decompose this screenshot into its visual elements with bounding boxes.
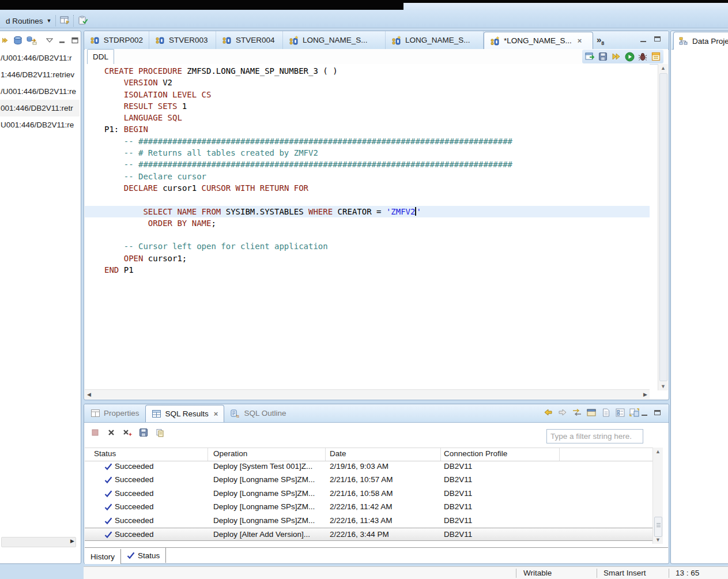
scroll-down-icon[interactable]: ▼ bbox=[653, 537, 663, 543]
minimize-button[interactable] bbox=[639, 36, 648, 44]
code-token: CURSOR WITH RETURN FOR bbox=[202, 183, 308, 193]
tab-sql-results[interactable]: SQL Results× bbox=[145, 405, 225, 422]
table-new-icon[interactable] bbox=[60, 15, 70, 25]
column-divider[interactable] bbox=[208, 448, 208, 461]
vertical-scrollbar[interactable]: ▲ ▼ bbox=[658, 64, 668, 390]
sql-code-editor[interactable]: CREATE PROCEDURE ZMFSD.LONG_NAME_SP_NUMB… bbox=[85, 64, 650, 390]
code-token: CREATOR = bbox=[333, 207, 386, 216]
code-line: -- Declare cursor bbox=[104, 171, 650, 182]
tab-properties[interactable]: Properties bbox=[84, 404, 145, 422]
form-editor-icon[interactable] bbox=[651, 51, 661, 62]
tab-status[interactable]: Status bbox=[121, 548, 166, 563]
preferences-icon[interactable] bbox=[615, 407, 625, 418]
minimize-button[interactable] bbox=[640, 409, 649, 418]
maximize-button[interactable] bbox=[652, 409, 662, 418]
column-divider[interactable] bbox=[325, 448, 326, 461]
stop-icon[interactable] bbox=[90, 427, 100, 438]
result-row[interactable]: SucceededDeploy [Longname SPs]ZM...2/21/… bbox=[85, 473, 654, 487]
sync-copy-icon[interactable] bbox=[629, 407, 640, 418]
editor-tab[interactable]: STVER003 bbox=[149, 31, 216, 49]
open-doc-icon[interactable] bbox=[601, 407, 611, 418]
clipboard-check-icon[interactable] bbox=[77, 15, 88, 25]
filter-input[interactable] bbox=[546, 429, 643, 443]
collapse-arrows-icon[interactable] bbox=[1, 35, 9, 46]
minimize-icon[interactable] bbox=[58, 35, 67, 46]
tab-data-project-explorer[interactable]: Data Proje... bbox=[673, 32, 728, 50]
forward-icon[interactable] bbox=[557, 407, 568, 418]
database-icon[interactable] bbox=[13, 35, 22, 46]
sql-history-item[interactable]: 1:446/DB2V11:retriev bbox=[0, 66, 80, 83]
scroll-right-icon[interactable]: ▶ bbox=[70, 538, 74, 544]
maximize-icon[interactable] bbox=[71, 35, 80, 46]
horizontal-scrollbar[interactable]: ▶ bbox=[1, 537, 76, 547]
remove-icon[interactable] bbox=[106, 427, 116, 438]
toolbar-separator bbox=[73, 15, 74, 27]
writable-indicator: Writable bbox=[523, 569, 552, 577]
tab-ddl[interactable]: DDL bbox=[87, 49, 114, 65]
code-token: cursor1 bbox=[158, 183, 202, 193]
editor-tab[interactable]: STDRP002 bbox=[84, 31, 149, 49]
sql-history-item[interactable]: U001:446/DB2V11:re bbox=[0, 116, 80, 133]
sql-history-item[interactable]: 001:446/DB2V11:retr bbox=[0, 100, 80, 116]
code-token bbox=[104, 219, 148, 228]
editor-tab[interactable]: LONG_NAME_S... bbox=[283, 31, 386, 49]
code-line: ORDER BY NAME; bbox=[104, 217, 650, 229]
copy-icon[interactable] bbox=[154, 427, 165, 438]
routines-toolbar-dropdown[interactable]: d Routines ▼ bbox=[3, 14, 54, 28]
save-icon[interactable] bbox=[598, 51, 608, 62]
scrollbar-thumb[interactable] bbox=[659, 73, 667, 381]
window-chrome-strip bbox=[0, 3, 403, 10]
scroll-up-icon[interactable]: ▲ bbox=[653, 449, 663, 454]
scroll-down-icon[interactable]: ▼ bbox=[658, 384, 668, 389]
result-row[interactable]: SucceededDeploy [Longname SPs]ZM...2/21/… bbox=[85, 487, 654, 501]
debug-icon[interactable] bbox=[638, 51, 648, 62]
maximize-button[interactable] bbox=[652, 36, 662, 44]
view-menu-icon[interactable] bbox=[45, 35, 54, 46]
cursor-position-indicator: 13 : 65 bbox=[676, 569, 699, 577]
sql-history-item[interactable]: /U001:446/DB2V11:r bbox=[0, 50, 80, 66]
column-divider[interactable] bbox=[440, 448, 441, 461]
code-token: P1: bbox=[104, 125, 124, 134]
editor-tab[interactable]: STVER004 bbox=[216, 31, 283, 49]
editor-tab[interactable]: LONG_NAME_S... bbox=[386, 31, 484, 49]
column-header-operation[interactable]: Operation bbox=[213, 449, 247, 458]
code-token bbox=[104, 78, 124, 87]
export-db-icon[interactable] bbox=[27, 35, 37, 46]
results-table-header[interactable]: Status Operation Date Connection Profile bbox=[85, 448, 654, 461]
result-row[interactable]: SucceededDeploy [System Test 001]Z...2/1… bbox=[85, 460, 654, 473]
code-token: CREATE PROCEDURE bbox=[104, 66, 182, 76]
deploy-icon[interactable] bbox=[611, 51, 621, 62]
run-icon[interactable] bbox=[624, 51, 635, 62]
column-header-connection-profile[interactable]: Connection Profile bbox=[444, 449, 507, 458]
result-row[interactable]: SucceededDeploy [Longname SPs]ZM...2/22/… bbox=[85, 514, 654, 528]
scrollbar-thumb[interactable] bbox=[654, 517, 662, 537]
tab-overflow-chevron[interactable]: »8 bbox=[597, 35, 604, 46]
application-window: d Routines ▼ /U001:446/DB2V11:r1:446/DB2… bbox=[0, 0, 728, 579]
tab-history[interactable]: History bbox=[85, 549, 121, 564]
scroll-left-icon[interactable]: ◀ bbox=[87, 392, 91, 397]
scroll-up-icon[interactable]: ▲ bbox=[658, 65, 668, 71]
scroll-right-icon[interactable]: ▶ bbox=[643, 392, 647, 397]
result-row[interactable]: SucceededDeploy [Alter Add Version]...2/… bbox=[85, 528, 654, 541]
column-header-date[interactable]: Date bbox=[330, 449, 346, 458]
insert-mode-indicator[interactable]: Smart Insert bbox=[603, 569, 646, 577]
horizontal-scrollbar[interactable]: ◀ ▶ bbox=[85, 389, 650, 399]
show-in-editor-icon[interactable] bbox=[584, 51, 595, 62]
column-divider[interactable] bbox=[559, 448, 560, 461]
column-header-status[interactable]: Status bbox=[94, 449, 116, 458]
close-icon[interactable]: × bbox=[214, 409, 218, 418]
filter-config-icon[interactable] bbox=[572, 407, 582, 418]
sql-history-list[interactable]: /U001:446/DB2V11:r1:446/DB2V11:retriev/U… bbox=[0, 50, 80, 133]
remove-all-icon[interactable] bbox=[122, 427, 133, 438]
vertical-scrollbar[interactable]: ▲ ▼ bbox=[652, 448, 663, 544]
back-icon[interactable] bbox=[543, 407, 553, 418]
close-icon[interactable]: × bbox=[578, 36, 582, 45]
result-row[interactable]: SucceededDeploy [Longname SPs]ZM...2/22/… bbox=[85, 501, 654, 514]
sql-history-item[interactable]: /U001:446/DB2V11:re bbox=[0, 83, 80, 100]
save-icon[interactable] bbox=[138, 427, 149, 438]
show-view-icon[interactable] bbox=[586, 407, 597, 418]
editor-tab-label: LONG_NAME_S... bbox=[303, 36, 368, 44]
code-token: -- Declare cursor bbox=[124, 172, 206, 181]
editor-tab[interactable]: *LONG_NAME_S...× bbox=[484, 32, 593, 49]
tab-sql-outline[interactable]: tsSQL Outline bbox=[224, 404, 292, 422]
